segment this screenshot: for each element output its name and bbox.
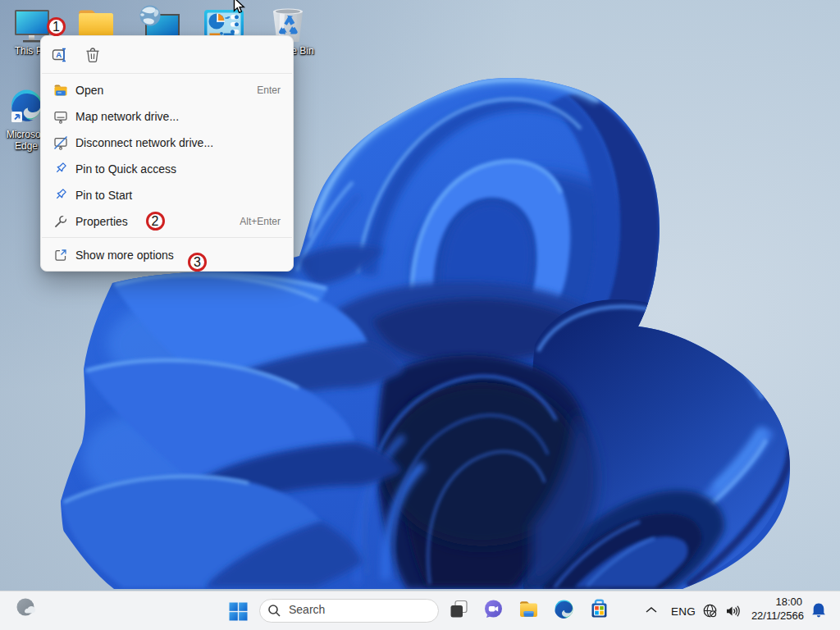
svg-text:A: A xyxy=(56,50,62,59)
